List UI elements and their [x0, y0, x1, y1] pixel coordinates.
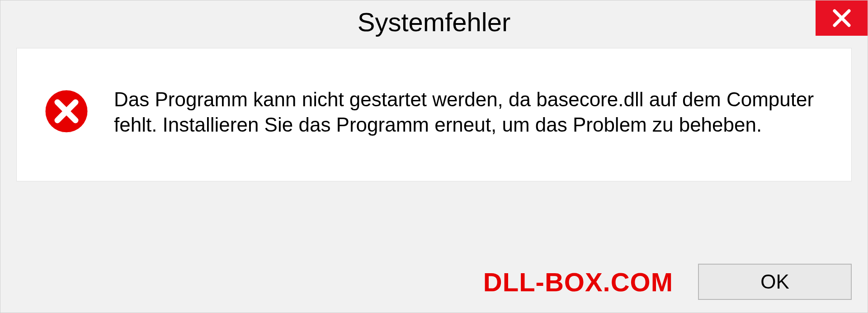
error-message: Das Programm kann nicht gestartet werden… — [114, 87, 824, 138]
close-button[interactable] — [816, 0, 868, 36]
content-panel: Das Programm kann nicht gestartet werden… — [16, 48, 852, 181]
watermark-text: DLL-BOX.COM — [483, 267, 673, 297]
error-dialog: Systemfehler Das Programm kann nicht ges… — [0, 0, 868, 313]
dialog-title: Systemfehler — [358, 7, 510, 37]
ok-button[interactable]: OK — [698, 264, 852, 300]
titlebar: Systemfehler — [0, 0, 868, 43]
close-icon — [832, 8, 852, 28]
error-icon — [44, 89, 89, 136]
footer: DLL-BOX.COM OK — [16, 264, 852, 300]
